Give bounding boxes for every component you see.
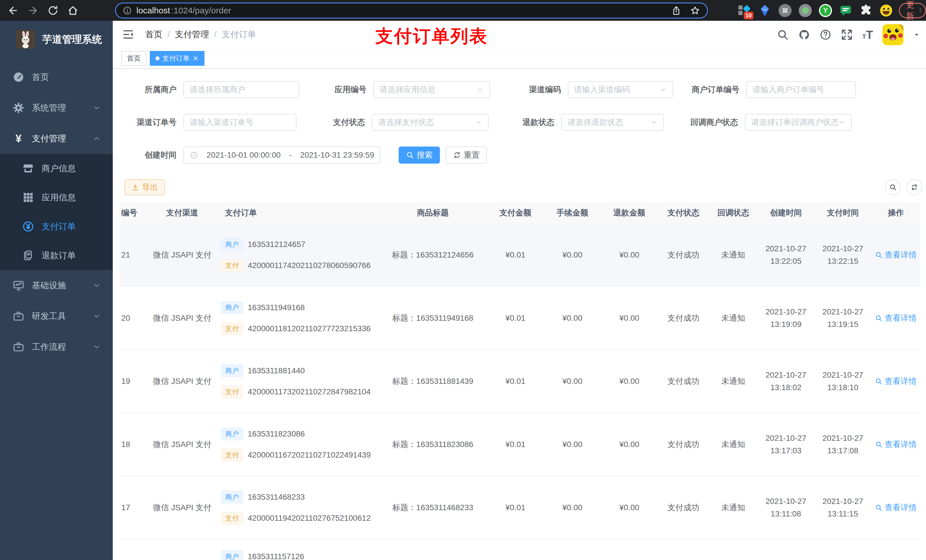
sidebar-item-home[interactable]: 首页 — [0, 62, 113, 92]
channel-code-select[interactable]: 请输入渠道编码 — [568, 81, 673, 98]
pay-transaction-no: 4200001173202110272847982104 — [248, 387, 371, 396]
refund-status-select[interactable]: 请选择退款状态 — [561, 114, 664, 131]
pay-tag: 支付 — [221, 512, 243, 524]
view-detail-link[interactable]: 查看详情 — [875, 313, 917, 323]
browser-menu-icon[interactable] — [917, 6, 923, 15]
sidebar-item-workflow[interactable]: 工作流程 — [0, 332, 113, 362]
help-icon[interactable] — [820, 29, 831, 41]
merchant-order-no-input[interactable] — [746, 81, 856, 98]
fee-amount: ¥0.00 — [544, 503, 601, 512]
home-icon[interactable] — [67, 5, 79, 16]
reset-button[interactable]: 重置 — [446, 146, 487, 164]
toggle-search-button[interactable] — [885, 179, 901, 195]
table-row: 21 微信 JSAPI 支付 商户 1635312124657 支付 42000… — [120, 223, 920, 287]
tab-payment-order[interactable]: 支付订单 — [150, 51, 204, 66]
browser-chrome: localhost :1024/pay/order 10 Y 更新 — [0, 0, 926, 21]
app-logo — [16, 30, 35, 49]
address-bar[interactable]: localhost :1024/pay/order — [115, 3, 708, 18]
github-icon[interactable] — [798, 29, 810, 41]
merchant-input[interactable] — [183, 81, 299, 98]
filter-create-time: 创建时间 2021-10-01 00:00:00 - 2021-10-31 23… — [121, 146, 380, 164]
user-avatar[interactable] — [882, 24, 903, 45]
extension-icon-gem[interactable] — [758, 4, 772, 17]
pay-channel: 微信 JSAPI 支付 — [145, 313, 219, 323]
action-cell: 查看详情 — [872, 502, 920, 513]
column-header: 支付金额 — [487, 207, 544, 218]
fee-amount: ¥0.00 — [544, 251, 601, 260]
bookmark-star-icon[interactable] — [690, 5, 700, 16]
view-detail-link[interactable]: 查看详情 — [875, 249, 917, 260]
pay-status-select[interactable]: 请选择支付状态 — [372, 114, 489, 131]
extension-icon-diamond[interactable]: 10 — [738, 4, 751, 17]
table-toolbar: 导出 — [113, 179, 926, 195]
forward-icon[interactable] — [27, 5, 39, 16]
create-time-range-input[interactable]: 2021-10-01 00:00:00 - 2021-10-31 23:59:5… — [183, 146, 380, 164]
sidebar-item-dev-tools[interactable]: 研发工具 — [0, 301, 113, 332]
table-row: 18 微信 JSAPI 支付 商户 1635311823086 支付 42000… — [120, 413, 920, 476]
channel-order-no-input[interactable] — [183, 114, 297, 131]
extension-icon-chat[interactable] — [839, 4, 852, 17]
chevron-down-icon — [660, 86, 667, 93]
sidebar-item-refund-order[interactable]: 退款订单 — [0, 241, 113, 270]
sidebar-item-merchant-info[interactable]: 商户信息 — [0, 154, 113, 183]
app-title: 芋道管理系统 — [42, 33, 102, 46]
merchant-order-no: 1635311949168 — [248, 303, 305, 312]
table-row: 19 微信 JSAPI 支付 商户 1635311881440 支付 42000… — [120, 350, 920, 413]
browser-nav-buttons — [8, 5, 79, 16]
filter-channel-code: 渠道编码 请输入渠道编码 — [505, 81, 673, 98]
search-icon — [875, 377, 882, 385]
sidebar-submenu: 商户信息应用信息支付订单退款订单 — [0, 154, 113, 270]
sidebar-item-infrastructure[interactable]: 基础设施 — [0, 270, 113, 301]
reload-icon[interactable] — [47, 5, 59, 16]
tab-home[interactable]: 首页 — [121, 51, 146, 66]
column-header: 退款金额 — [601, 207, 658, 218]
breadcrumb-home[interactable]: 首页 — [145, 29, 162, 41]
sidebar-item-system-management[interactable]: 系统管理 — [0, 92, 113, 123]
export-button[interactable]: 导出 — [124, 179, 165, 195]
refund-amount: ¥0.00 — [601, 503, 658, 512]
breadcrumb-separator: / — [214, 30, 216, 39]
column-header: 创建时间 — [757, 207, 814, 218]
extension-icon-recorder[interactable] — [799, 4, 812, 17]
pay-time: 2021-10-2713:19:15 — [814, 306, 872, 331]
pay-status: 支付成功 — [658, 313, 709, 323]
view-detail-link[interactable]: 查看详情 — [875, 502, 917, 513]
breadcrumb-payment-management[interactable]: 支付管理 — [175, 29, 209, 41]
site-info-icon[interactable] — [123, 6, 132, 15]
avatar-caret-down-icon[interactable] — [913, 31, 920, 38]
view-detail-link[interactable]: 查看详情 — [875, 439, 917, 450]
view-detail-link[interactable]: 查看详情 — [875, 376, 917, 387]
sidebar-item-app-info[interactable]: 应用信息 — [0, 183, 113, 212]
action-cell: 查看详情 — [872, 313, 920, 324]
fullscreen-icon[interactable] — [841, 29, 853, 41]
refund-amount: ¥0.00 — [601, 377, 658, 386]
search-icon[interactable] — [777, 29, 789, 41]
notify-status-select[interactable]: 请选择订单回调商户状态 — [745, 114, 852, 131]
merchant-order-no: 1635311468233 — [248, 492, 305, 502]
product-title: 标题：1635311949168 — [379, 313, 487, 323]
extension-icon-command[interactable] — [779, 4, 791, 17]
search-icon — [889, 184, 897, 191]
font-size-icon[interactable]: TT — [862, 30, 873, 40]
sidebar-item-payment-order[interactable]: 支付订单 — [0, 212, 113, 241]
close-icon[interactable] — [192, 55, 199, 62]
pay-tag: 支付 — [221, 386, 243, 398]
search-button[interactable]: 搜索 — [399, 146, 440, 164]
pay-amount: ¥0.01 — [487, 251, 544, 260]
sidebar-item-payment-management[interactable]: ¥支付管理 — [0, 123, 113, 154]
browser-update-button[interactable]: 更新 — [899, 3, 926, 18]
filter-merchant-order-no: 商户订单编号 — [684, 81, 856, 98]
extension-icon-y[interactable]: Y — [819, 4, 832, 17]
chevron-up-icon — [92, 134, 101, 143]
sidebar-collapse-icon[interactable] — [122, 28, 135, 41]
share-icon[interactable] — [671, 5, 681, 16]
merchant-tag: 商户 — [221, 238, 243, 251]
chevron-down-icon — [92, 281, 101, 290]
extensions-puzzle-icon[interactable] — [859, 4, 873, 17]
app-select[interactable]: 请选择应用信息 — [373, 81, 490, 98]
sidebar-item-label: 基础设施 — [32, 280, 66, 291]
refresh-table-button[interactable] — [906, 179, 922, 195]
filter-form: 所属商户 应用编号 请选择应用信息 渠道编码 请输入渠道编码 — [113, 69, 926, 164]
profile-emoji-icon[interactable] — [879, 4, 893, 17]
back-icon[interactable] — [8, 5, 19, 16]
